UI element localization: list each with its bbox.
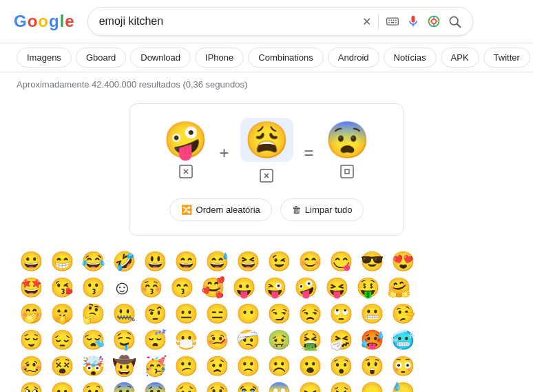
emoji-item[interactable]: 😲 (357, 354, 387, 379)
middle-emoji[interactable]: 😩 (240, 118, 293, 162)
emoji-item[interactable]: 😣 (326, 380, 356, 392)
emoji-item[interactable]: 😕 (171, 354, 201, 379)
emoji-item[interactable]: 🥴 (17, 354, 46, 379)
emoji-item[interactable]: 😘 (48, 276, 77, 300)
emoji-item[interactable]: 🤣 (109, 249, 139, 274)
emoji-item[interactable]: 😖 (295, 380, 325, 392)
emoji-item[interactable]: 😶 (233, 302, 263, 327)
emoji-item[interactable]: 😛 (229, 276, 259, 300)
emoji-item[interactable]: 😂 (79, 249, 108, 274)
emoji-item[interactable]: 😨 (109, 380, 139, 392)
emoji-item[interactable]: 🤪 (291, 276, 321, 300)
emoji-item[interactable]: 😉 (264, 249, 294, 274)
right-slot-icon[interactable] (339, 163, 355, 183)
emoji-item[interactable]: 😵 (48, 354, 77, 379)
emoji-item[interactable]: 😔 (48, 328, 77, 353)
tab-twitter[interactable]: Twitter (483, 48, 530, 68)
emoji-item[interactable]: 😏 (264, 302, 294, 327)
emoji-item[interactable]: 😷 (171, 328, 201, 353)
emoji-item[interactable]: 🤩 (17, 276, 46, 300)
emoji-item[interactable]: 😑 (202, 302, 232, 327)
emoji-item[interactable]: 😴 (140, 328, 170, 353)
emoji-item[interactable]: 🤨 (140, 302, 170, 327)
emoji-item[interactable]: 😓 (388, 380, 418, 392)
emoji-item[interactable]: 😆 (233, 249, 263, 274)
emoji-item[interactable]: 😀 (17, 249, 46, 274)
emoji-item[interactable]: 😒 (295, 302, 325, 327)
emoji-item[interactable]: 😚 (136, 276, 166, 300)
emoji-item[interactable]: 🤯 (79, 354, 108, 379)
google-logo[interactable]: Google (14, 12, 74, 31)
tab-android[interactable]: Android (328, 48, 379, 68)
emoji-item[interactable]: 😬 (357, 302, 387, 327)
left-emoji[interactable]: 🤪 (163, 122, 208, 158)
search-input[interactable] (99, 15, 355, 28)
emoji-item[interactable]: 😄 (171, 249, 201, 274)
emoji-item[interactable]: 😙 (167, 276, 197, 300)
emoji-item[interactable]: 🤥 (388, 302, 418, 327)
tab-download[interactable]: Download (130, 48, 191, 68)
emoji-item[interactable]: 🥺 (17, 380, 46, 392)
emoji-item[interactable]: 🙄 (326, 302, 356, 327)
emoji-item[interactable]: 🤫 (48, 302, 77, 327)
emoji-item[interactable]: 😯 (326, 354, 356, 379)
clear-all-button[interactable]: 🗑 Limpar tudo (280, 198, 364, 221)
tab-gboard[interactable]: Gboard (76, 48, 126, 68)
emoji-item[interactable]: 😃 (140, 249, 170, 274)
emoji-item[interactable]: 😐 (171, 302, 201, 327)
emoji-item[interactable]: 😅 (202, 249, 232, 274)
emoji-item[interactable]: 😊 (295, 249, 325, 274)
emoji-item[interactable]: 😳 (388, 354, 418, 379)
emoji-item[interactable]: 🤧 (326, 328, 356, 353)
emoji-item[interactable]: ☺️ (109, 276, 135, 300)
emoji-item[interactable]: 😦 (48, 380, 77, 392)
emoji-item[interactable]: 😥 (171, 380, 201, 392)
emoji-item[interactable]: 😗 (79, 276, 108, 300)
lens-search-button[interactable] (427, 14, 441, 28)
left-slot-icon[interactable] (178, 163, 194, 183)
emoji-item[interactable]: 😭 (233, 380, 263, 392)
emoji-item[interactable]: 😧 (79, 380, 108, 392)
search-button[interactable] (448, 14, 461, 28)
clear-search-button[interactable]: ✕ (362, 15, 371, 28)
emoji-item[interactable]: 🤤 (109, 328, 139, 353)
tab-iphone[interactable]: IPhone (195, 48, 244, 68)
emoji-item[interactable]: 😍 (388, 249, 418, 274)
emoji-item[interactable]: 🥰 (198, 276, 228, 300)
emoji-item[interactable]: 🥶 (388, 328, 418, 353)
emoji-item[interactable]: 🤑 (353, 276, 383, 300)
emoji-item[interactable]: 😢 (202, 380, 232, 392)
emoji-item[interactable]: 😜 (260, 276, 290, 300)
emoji-item[interactable]: 🤗 (384, 276, 414, 300)
tab-imagens[interactable]: Imagens (17, 48, 72, 68)
tab-noticias[interactable]: Notícias (384, 48, 437, 68)
emoji-item[interactable]: 🤒 (202, 328, 232, 353)
emoji-item[interactable]: 😎 (357, 249, 387, 274)
tab-apk[interactable]: APK (441, 48, 479, 68)
emoji-item[interactable]: 😋 (326, 249, 356, 274)
emoji-item[interactable]: ☹️ (264, 354, 294, 379)
emoji-item[interactable]: 😞 (357, 380, 387, 392)
emoji-item[interactable]: 🙁 (233, 354, 263, 379)
emoji-item[interactable]: 😁 (48, 249, 77, 274)
emoji-item[interactable]: 🥳 (140, 354, 170, 379)
emoji-item[interactable]: 🤮 (295, 328, 325, 353)
tab-combinations[interactable]: Combinations (248, 48, 324, 68)
voice-search-button[interactable] (406, 14, 420, 28)
emoji-item[interactable]: 😱 (264, 380, 294, 392)
emoji-item[interactable]: 😮 (295, 354, 325, 379)
emoji-item[interactable]: 😰 (140, 380, 170, 392)
emoji-item[interactable]: 😝 (322, 276, 352, 300)
emoji-item[interactable]: 😟 (202, 354, 232, 379)
emoji-item[interactable]: 🤕 (233, 328, 263, 353)
keyboard-icon-button[interactable] (386, 14, 399, 28)
emoji-item[interactable]: 🤐 (109, 302, 139, 327)
emoji-item[interactable]: 😌 (17, 328, 46, 353)
middle-slot-icon[interactable] (258, 167, 275, 187)
random-order-button[interactable]: 🔀 Ordem aleatória (169, 198, 272, 221)
emoji-item[interactable]: 🥵 (357, 328, 387, 353)
emoji-item[interactable]: 🤔 (79, 302, 108, 327)
emoji-item[interactable]: 🤠 (109, 354, 139, 379)
emoji-item[interactable]: 🤭 (17, 302, 46, 327)
emoji-item[interactable]: 😪 (79, 328, 108, 353)
